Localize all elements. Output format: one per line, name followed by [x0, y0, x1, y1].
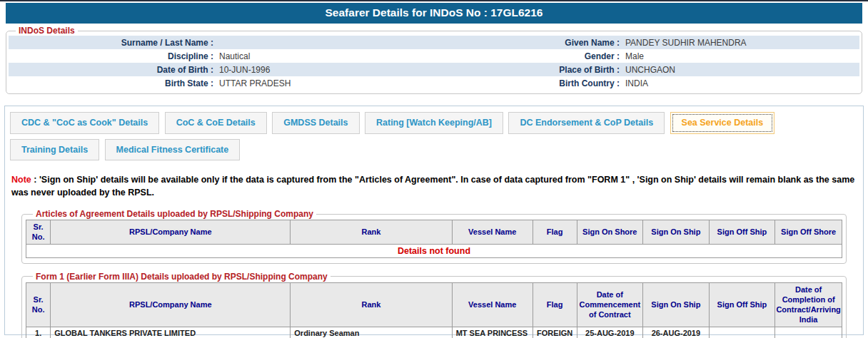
articles-col-sr-no: Sr. No. — [26, 220, 51, 245]
birth-state-label: Birth State : — [9, 78, 217, 88]
articles-col-sign-off-shore: Sign Off Shore — [775, 220, 842, 245]
articles-table: Sr. No. RPSL/Company Name Rank Vessel Na… — [26, 220, 842, 258]
form1-col-completion-date: Date of Completion of Contract/Arriving … — [775, 282, 842, 327]
indos-details-legend: INDoS Details — [16, 26, 78, 36]
note-colon: : — [31, 175, 39, 185]
page-title: Seafarer Details for INDoS No : 17GL6216 — [6, 3, 862, 24]
form1-cell-commencement-date: 25-AUG-2019 — [577, 327, 643, 338]
articles-col-sign-on-shore: Sign On Shore — [577, 220, 643, 245]
tab-medical-fitness[interactable]: Medical Fitness Certificate — [105, 139, 241, 161]
form1-cell-flag: FOREIGN — [533, 327, 577, 338]
info-row-discipline-gender: Discipline : Nautical Gender : Male — [9, 49, 859, 63]
articles-of-agreement-section: Articles of Agreement Details uploaded b… — [21, 209, 847, 264]
given-name-value: PANDEY SUDHIR MAHENDRA — [623, 38, 859, 48]
tab-sea-service[interactable]: Sea Service Details — [670, 112, 775, 134]
form1-col-commencement-date: Date of Commencement of Contract — [577, 282, 643, 327]
date-of-birth-value: 10-JUN-1996 — [217, 65, 453, 75]
discipline-label: Discipline : — [9, 51, 217, 61]
birth-country-value: INDIA — [623, 78, 859, 88]
note-body: 'Sign on Ship' details will be available… — [11, 175, 854, 198]
gender-value: Male — [623, 51, 859, 61]
articles-legend: Articles of Agreement Details uploaded b… — [33, 209, 316, 219]
tab-dc-endorsement-cop[interactable]: DC Endorsement & CoP Details — [508, 112, 665, 134]
articles-col-sign-off-ship: Sign Off Ship — [709, 220, 775, 245]
info-row-birth-state-country: Birth State : UTTAR PRADESH Birth Countr… — [9, 76, 859, 90]
birth-state-value: UTTAR PRADESH — [217, 78, 453, 88]
form1-data-row: 1. GLOBAL TANKERS PRIVATE LIMITED Ordina… — [26, 327, 842, 338]
form1-cell-sign-off-ship — [709, 327, 775, 338]
indos-details-section: INDoS Details Surname / Last Name : Give… — [6, 26, 862, 94]
articles-col-flag: Flag — [533, 220, 577, 245]
top-border-line — [0, 0, 868, 1]
form1-section: Form 1 (Earlier Form IIIA) Details uploa… — [21, 272, 847, 338]
info-row-birth-date-place: Date of Birth : 10-JUN-1996 Place of Bir… — [9, 63, 859, 76]
birth-country-label: Birth Country : — [453, 78, 623, 88]
form1-cell-sr-no: 1. — [26, 327, 51, 338]
form1-cell-rank: Ordinary Seaman — [291, 327, 452, 338]
tab-rating-watch-keeping[interactable]: Rating [Watch Keeping/AB] — [365, 112, 503, 134]
form1-col-rank: Rank — [291, 282, 452, 327]
form1-col-vessel: Vessel Name — [452, 282, 533, 327]
form1-col-company: RPSL/Company Name — [51, 282, 291, 327]
form1-col-sign-off-ship: Sign Off Ship — [709, 282, 775, 327]
tab-coc-coe[interactable]: CoC & CoE Details — [165, 112, 267, 134]
articles-col-rank: Rank — [291, 220, 452, 245]
form1-cell-sign-on-ship: 26-AUG-2019 — [643, 327, 710, 338]
form1-header-row: Sr. No. RPSL/Company Name Rank Vessel Na… — [26, 282, 842, 327]
details-panel: CDC & "CoC as Cook" Details CoC & CoE De… — [4, 106, 864, 335]
articles-header-row: Sr. No. RPSL/Company Name Rank Vessel Na… — [26, 220, 842, 245]
tab-gmdss[interactable]: GMDSS Details — [272, 112, 359, 134]
form1-cell-vessel: MT SEA PRINCESS — [452, 327, 533, 338]
date-of-birth-label: Date of Birth : — [9, 65, 217, 75]
surname-label: Surname / Last Name : — [9, 38, 217, 48]
articles-col-sign-on-ship: Sign On Ship — [643, 220, 710, 245]
note-label: Note — [11, 175, 31, 185]
form1-col-sr-no: Sr. No. — [26, 282, 51, 327]
gender-label: Gender : — [453, 51, 623, 61]
form1-cell-completion-date — [775, 327, 842, 338]
form1-col-flag: Flag — [533, 282, 577, 327]
discipline-value: Nautical — [217, 51, 453, 61]
place-of-birth-label: Place of Birth : — [453, 65, 623, 75]
form1-cell-company: GLOBAL TANKERS PRIVATE LIMITED — [51, 327, 291, 338]
info-row-name: Surname / Last Name : Given Name : PANDE… — [9, 36, 859, 49]
tab-cdc-coc-as-cook[interactable]: CDC & "CoC as Cook" Details — [10, 112, 159, 134]
form1-table: Sr. No. RPSL/Company Name Rank Vessel Na… — [26, 282, 842, 338]
tab-training[interactable]: Training Details — [10, 139, 99, 161]
details-tab-bar: CDC & "CoC as Cook" Details CoC & CoE De… — [10, 112, 858, 165]
details-not-found-message: Details not found — [26, 244, 842, 257]
articles-empty-row: Details not found — [26, 244, 842, 257]
form1-legend: Form 1 (Earlier Form IIIA) Details uploa… — [33, 272, 330, 282]
form1-col-sign-on-ship: Sign On Ship — [643, 282, 710, 327]
given-name-label: Given Name : — [453, 38, 623, 48]
articles-col-company: RPSL/Company Name — [51, 220, 291, 245]
place-of-birth-value: UNCHGAON — [623, 65, 859, 75]
articles-col-vessel: Vessel Name — [452, 220, 533, 245]
sign-on-ship-note: Note : 'Sign on Ship' details will be av… — [11, 174, 857, 199]
seafarer-details-page: Seafarer Details for INDoS No : 17GL6216… — [0, 0, 868, 335]
